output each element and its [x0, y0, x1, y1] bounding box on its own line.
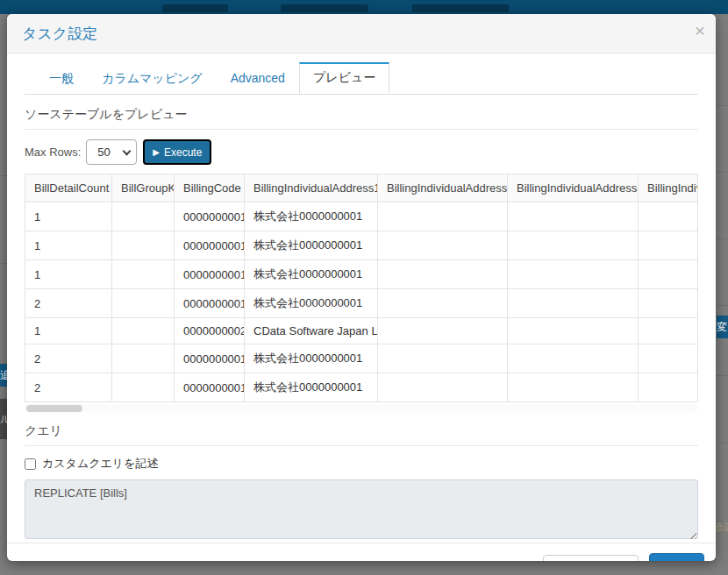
table-cell — [508, 289, 639, 318]
close-icon[interactable]: × — [695, 21, 705, 39]
background-add-button-fragment: 追 — [0, 364, 7, 387]
table-cell — [378, 202, 508, 231]
table-cell — [112, 289, 175, 318]
background-row-divider — [716, 443, 728, 444]
ok-button[interactable]: OK — [649, 553, 704, 561]
table-cell — [639, 231, 699, 260]
play-icon: ▶ — [153, 148, 160, 157]
background-row-divider — [716, 305, 728, 306]
table-cell: 株式会社0000000001 — [245, 260, 378, 289]
column-header: BillingIndiv — [639, 174, 699, 202]
table-cell — [378, 318, 508, 344]
max-rows-select-wrap: 50 — [86, 139, 137, 165]
table-cell — [112, 344, 175, 373]
custom-query-row: カスタムクエリを記述 — [25, 456, 698, 472]
table-cell — [378, 231, 508, 260]
table-cell: 株式会社0000000001 — [245, 231, 378, 260]
tab-item: 一般 — [35, 62, 88, 94]
column-header: BillDetailCount — [25, 174, 112, 202]
table-cell: 2 — [25, 289, 112, 318]
table-cell — [639, 318, 699, 344]
max-rows-select[interactable]: 50 — [86, 139, 137, 165]
table-cell: 0000000001 — [175, 289, 245, 318]
query-section-heading: クエリ — [25, 423, 698, 446]
dialog-header: タスク設定 × — [7, 14, 716, 53]
tab-0[interactable]: 一般 — [35, 62, 88, 95]
background-row-divider — [716, 172, 728, 173]
table-cell — [112, 231, 175, 260]
background-navbar-text — [412, 4, 509, 12]
table-cell — [112, 260, 175, 289]
table-cell — [112, 202, 175, 231]
background-navbar-text — [281, 4, 368, 12]
table-cell: 0000000001 — [175, 260, 245, 289]
query-textarea[interactable] — [25, 479, 698, 539]
table-cell: 2 — [25, 373, 112, 402]
column-header: BillingIndividualAddress2 — [378, 174, 508, 202]
table-cell: CData Software Japan LLC — [245, 318, 378, 344]
table-cell — [508, 344, 639, 373]
cancel-button[interactable]: ✖ キャンセル — [543, 555, 639, 561]
preview-table-wrap: BillDetailCountBillGroupKeyBillingCodeBi… — [25, 174, 698, 402]
tab-2[interactable]: Advanced — [217, 62, 299, 93]
ok-button-label: OK — [676, 560, 693, 562]
background-add-button-label: 追 — [0, 369, 7, 381]
background-row-divider — [716, 375, 728, 376]
table-row: 20000000001株式会社0000000001 — [25, 373, 699, 402]
tab-item: プレビュー — [299, 62, 389, 94]
table-cell — [378, 373, 508, 402]
table-cell: 0000000002 — [175, 318, 245, 344]
tab-item: カラムマッピング — [88, 62, 217, 94]
table-cell — [508, 202, 639, 231]
table-header-row: BillDetailCountBillGroupKeyBillingCodeBi… — [25, 174, 699, 202]
background-row-divider — [0, 263, 7, 264]
table-cell — [378, 289, 508, 318]
cancel-button-label: キャンセル — [568, 560, 627, 561]
background-navbar — [0, 0, 728, 14]
table-cell: 株式会社0000000001 — [245, 202, 378, 231]
table-cell — [639, 373, 699, 402]
table-cell — [112, 373, 175, 402]
background-change-button-fragment: 変 — [717, 316, 728, 338]
column-header: BillGroupKey — [112, 174, 175, 202]
table-cell: 0000000001 — [175, 344, 245, 373]
table-cell: 株式会社0000000001 — [245, 289, 378, 318]
horizontal-scrollbar[interactable] — [25, 404, 698, 413]
table-cell: 2 — [25, 344, 112, 373]
table-cell — [508, 231, 639, 260]
execute-button[interactable]: ▶ Execute — [143, 139, 211, 165]
query-box — [25, 479, 698, 543]
table-body: 10000000001株式会社000000000110000000001株式会社… — [25, 202, 699, 402]
dialog-body: 一般カラムマッピングAdvancedプレビュー ソーステーブルをプレビュー Ma… — [7, 53, 716, 543]
table-cell — [378, 344, 508, 373]
column-header: BillingIndividualAddress3 — [508, 174, 639, 202]
max-rows-label: Max Rows: — [25, 146, 81, 159]
table-cell — [639, 260, 699, 289]
table-row: 10000000001株式会社0000000001 — [25, 260, 699, 289]
table-cell: 1 — [25, 231, 112, 260]
table-cell — [378, 260, 508, 289]
table-cell: 1 — [25, 202, 112, 231]
table-cell — [639, 289, 699, 318]
tab-3[interactable]: プレビュー — [299, 62, 389, 94]
table-row: 10000000002CData Software Japan LLC — [25, 318, 699, 344]
tab-1[interactable]: カラムマッピング — [88, 62, 217, 95]
table-row: 20000000001株式会社0000000001 — [25, 344, 699, 373]
background-total-text: 合計 — [715, 522, 728, 532]
preview-table: BillDetailCountBillGroupKeyBillingCodeBi… — [25, 174, 698, 402]
custom-query-checkbox[interactable] — [25, 458, 36, 470]
execute-button-label: Execute — [164, 146, 202, 159]
table-cell: 1 — [25, 260, 112, 289]
tab-bar: 一般カラムマッピングAdvancedプレビュー — [25, 62, 698, 95]
table-cell: 株式会社0000000001 — [245, 373, 378, 402]
table-cell — [508, 318, 639, 344]
table-cell — [508, 260, 639, 289]
scrollbar-thumb[interactable] — [26, 405, 82, 412]
background-navbar-text — [162, 4, 228, 12]
column-header: BillingCode — [175, 174, 245, 202]
table-cell — [639, 344, 699, 373]
preview-section-heading: ソーステーブルをプレビュー — [25, 107, 698, 130]
table-cell: 1 — [25, 318, 112, 344]
table-cell: 0000000001 — [175, 202, 245, 231]
background-change-button-label: 変 — [717, 321, 727, 333]
